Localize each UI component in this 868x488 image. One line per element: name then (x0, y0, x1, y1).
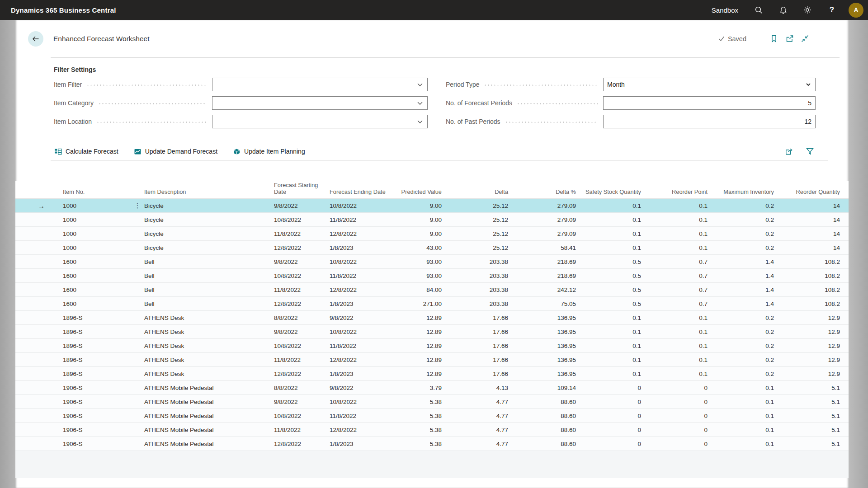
cell-safety_stock_quantity[interactable]: 0.5 (576, 286, 641, 293)
column-header-reorder_quantity[interactable]: Reorder Quantity (774, 188, 840, 195)
cell-maximum_inventory[interactable]: 1.4 (708, 272, 774, 279)
cell-forecast_starting_date[interactable]: 12/8/2022 (269, 244, 330, 251)
cell-item_description[interactable]: ATHENS Desk (144, 343, 269, 349)
cell-reorder_point[interactable]: 0.7 (641, 258, 708, 265)
cell-reorder_point[interactable]: 0 (641, 385, 708, 391)
column-header-forecast_ending_date[interactable]: Forecast Ending Date (330, 188, 386, 195)
collapse-page-icon[interactable] (797, 32, 812, 46)
cell-forecast_ending_date[interactable]: 12/8/2022 (330, 427, 386, 433)
cell-predicted_value[interactable]: 12.89 (386, 371, 442, 377)
table-row[interactable]: 1600Bell12/8/20221/8/2023271.00203.3875.… (15, 297, 849, 311)
cell-item_description[interactable]: ATHENS Desk (144, 314, 269, 321)
cell-maximum_inventory[interactable]: 0.1 (708, 413, 774, 419)
column-header-safety_stock_quantity[interactable]: Safety Stock Quantity (576, 188, 641, 195)
cell-maximum_inventory[interactable]: 0.2 (708, 314, 774, 321)
cell-reorder_quantity[interactable]: 108.2 (774, 272, 840, 279)
cell-item_no[interactable]: 1906-S (63, 385, 131, 391)
cell-delta_pct[interactable]: 279.09 (508, 216, 576, 223)
cell-reorder_quantity[interactable]: 108.2 (774, 286, 840, 293)
cell-item_no[interactable]: 1896-S (63, 357, 131, 363)
table-row[interactable]: 1600Bell10/8/202211/8/202293.00203.38218… (15, 269, 849, 283)
cell-forecast_starting_date[interactable]: 11/8/2022 (269, 286, 330, 293)
cell-delta[interactable]: 203.38 (442, 258, 508, 265)
cell-maximum_inventory[interactable]: 0.1 (708, 441, 774, 447)
cell-item_description[interactable]: Bell (144, 286, 269, 293)
cell-maximum_inventory[interactable]: 0.2 (708, 230, 774, 237)
item-no-link[interactable]: 1000 (63, 202, 76, 209)
cell-forecast_starting_date[interactable]: 11/8/2022 (269, 230, 330, 237)
cell-predicted_value[interactable]: 9.00 (386, 216, 442, 223)
cell-delta[interactable]: 4.13 (442, 385, 508, 391)
cell-forecast_ending_date[interactable]: 11/8/2022 (330, 216, 386, 223)
cell-delta[interactable]: 17.66 (442, 371, 508, 377)
cell-safety_stock_quantity[interactable]: 0.1 (576, 314, 641, 321)
row-context-menu-icon[interactable]: ⋮ (131, 202, 144, 210)
cell-forecast_ending_date[interactable]: 10/8/2022 (330, 258, 386, 265)
cell-maximum_inventory[interactable]: 0.1 (708, 427, 774, 433)
update-item-planning-button[interactable]: Update Item Planning (233, 148, 305, 155)
cell-reorder_quantity[interactable]: 108.2 (774, 258, 840, 265)
cell-safety_stock_quantity[interactable]: 0.1 (576, 371, 641, 377)
cell-reorder_quantity[interactable]: 5.1 (774, 385, 840, 391)
cell-reorder_quantity[interactable]: 12.9 (774, 314, 840, 321)
cell-forecast_ending_date[interactable]: 10/8/2022 (330, 399, 386, 405)
cell-forecast_ending_date[interactable]: 10/8/2022 (330, 328, 386, 335)
cell-maximum_inventory[interactable]: 1.4 (708, 300, 774, 307)
cell-predicted_value[interactable]: 84.00 (386, 286, 442, 293)
table-row[interactable]: 1906-SATHENS Mobile Pedestal12/8/20221/8… (15, 437, 849, 451)
cell-reorder_quantity[interactable]: 5.1 (774, 441, 840, 447)
cell-delta[interactable]: 17.66 (442, 343, 508, 349)
cell-item_description[interactable]: ATHENS Mobile Pedestal (144, 385, 269, 391)
table-row[interactable]: 1000Bicycle10/8/202211/8/20229.0025.1227… (15, 213, 849, 227)
cell-reorder_point[interactable]: 0 (641, 399, 708, 405)
cell-safety_stock_quantity[interactable]: 0 (576, 399, 641, 405)
cell-reorder_quantity[interactable]: 14 (774, 244, 840, 251)
cell-delta[interactable]: 25.12 (442, 202, 508, 209)
cell-predicted_value[interactable]: 5.38 (386, 441, 442, 447)
cell-reorder_point[interactable]: 0 (641, 427, 708, 433)
user-avatar[interactable]: A (849, 3, 863, 18)
cell-forecast_starting_date[interactable]: 8/8/2022 (269, 314, 330, 321)
cell-maximum_inventory[interactable]: 1.4 (708, 286, 774, 293)
table-row[interactable]: 1906-SATHENS Mobile Pedestal8/8/20229/8/… (15, 381, 849, 395)
cell-predicted_value[interactable]: 9.00 (386, 202, 442, 209)
cell-forecast_starting_date[interactable]: 11/8/2022 (269, 357, 330, 363)
cell-reorder_point[interactable]: 0.1 (641, 371, 708, 377)
cell-item_description[interactable]: Bicycle (144, 244, 269, 251)
cell-delta_pct[interactable]: 279.09 (508, 202, 576, 209)
table-row[interactable]: 1000Bicycle11/8/202212/8/20229.0025.1227… (15, 227, 849, 241)
back-button[interactable] (28, 31, 43, 47)
cell-item_description[interactable]: Bicycle (144, 216, 269, 223)
table-row[interactable]: 1896-SATHENS Desk10/8/202211/8/202212.89… (15, 339, 849, 353)
cell-safety_stock_quantity[interactable]: 0.5 (576, 272, 641, 279)
cell-delta[interactable]: 4.77 (442, 413, 508, 419)
cell-reorder_quantity[interactable]: 12.9 (774, 328, 840, 335)
cell-forecast_starting_date[interactable]: 12/8/2022 (269, 300, 330, 307)
table-row[interactable]: 1906-SATHENS Mobile Pedestal11/8/202212/… (15, 423, 849, 437)
column-header-item_description[interactable]: Item Description (144, 188, 269, 195)
cell-safety_stock_quantity[interactable]: 0.1 (576, 357, 641, 363)
cell-reorder_point[interactable]: 0.1 (641, 357, 708, 363)
bookmark-icon[interactable] (766, 32, 782, 46)
cell-reorder_point[interactable]: 0.7 (641, 300, 708, 307)
cell-reorder_quantity[interactable]: 108.2 (774, 300, 840, 307)
item-category-dropdown[interactable] (212, 96, 428, 110)
table-row[interactable]: 1906-SATHENS Mobile Pedestal10/8/202211/… (15, 409, 849, 423)
cell-delta[interactable]: 203.38 (442, 272, 508, 279)
cell-delta_pct[interactable]: 88.60 (508, 427, 576, 433)
cell-reorder_quantity[interactable]: 14 (774, 202, 840, 209)
cell-item_no[interactable]: 1000 (63, 202, 131, 209)
cell-safety_stock_quantity[interactable]: 0 (576, 427, 641, 433)
cell-delta_pct[interactable]: 58.41 (508, 244, 576, 251)
item-filter-dropdown[interactable] (212, 78, 428, 91)
cell-forecast_ending_date[interactable]: 12/8/2022 (330, 286, 386, 293)
cell-delta[interactable]: 17.66 (442, 314, 508, 321)
cell-reorder_point[interactable]: 0.1 (641, 230, 708, 237)
cell-forecast_ending_date[interactable]: 11/8/2022 (330, 272, 386, 279)
cell-forecast_starting_date[interactable]: 10/8/2022 (269, 272, 330, 279)
cell-forecast_ending_date[interactable]: 1/8/2023 (330, 244, 386, 251)
cell-delta_pct[interactable]: 136.95 (508, 371, 576, 377)
cell-forecast_starting_date[interactable]: 10/8/2022 (269, 343, 330, 349)
cell-predicted_value[interactable]: 5.38 (386, 413, 442, 419)
cell-safety_stock_quantity[interactable]: 0.1 (576, 244, 641, 251)
